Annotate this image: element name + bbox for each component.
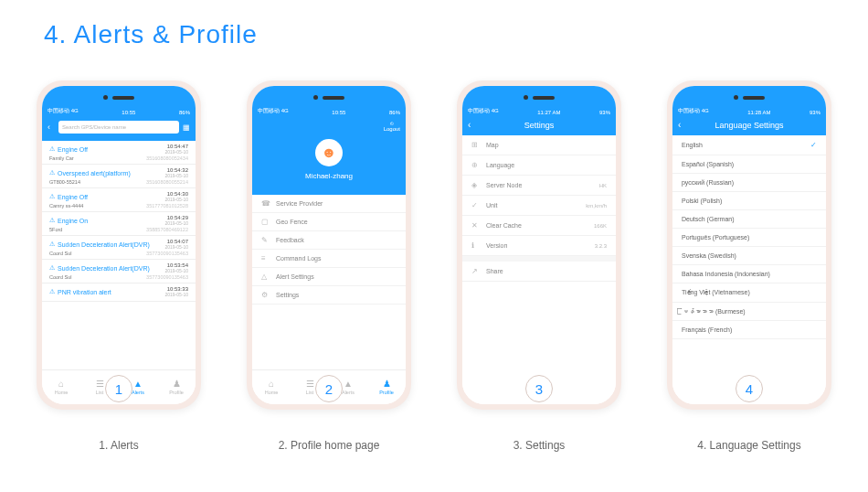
- carrier: 中国移动 4G: [678, 107, 709, 115]
- settings-label: Clear Cache: [486, 222, 522, 229]
- home-button[interactable]: 4: [736, 375, 763, 402]
- alert-item[interactable]: ⚠Sudden Deceleration Alert(DVR)10:54:072…: [42, 236, 196, 260]
- screen-title-bar: ‹ Settings: [462, 117, 616, 135]
- check-icon: ✓: [810, 141, 817, 149]
- menu-label: Settings: [276, 292, 299, 298]
- language-item[interactable]: Português (Portuguese): [672, 229, 826, 247]
- language-item[interactable]: မြန်မာဘာသာ (Burmese): [672, 303, 826, 321]
- alert-item[interactable]: ⚠Engine On10:54:292019-05-105Ford3588570…: [42, 212, 196, 236]
- language-label: Tiếng Việt (Vietnamese): [682, 289, 750, 296]
- settings-item[interactable]: ✕Clear Cache166K: [462, 216, 616, 236]
- settings-item[interactable]: ◈Server NodeHK: [462, 176, 616, 196]
- language-label: Português (Portuguese): [682, 234, 749, 241]
- warning-icon: ⚠: [49, 193, 55, 200]
- home-button[interactable]: 2: [315, 375, 343, 402]
- status-bar: 中国移动 4G 10:55 86%: [252, 86, 406, 117]
- settings-item[interactable]: ℹVersion3.2.3: [462, 236, 616, 256]
- language-label: русский (Russian): [682, 179, 734, 186]
- settings-value: 166K: [594, 223, 607, 229]
- settings-label: Server Node: [486, 182, 522, 188]
- language-item[interactable]: English✓: [672, 135, 826, 155]
- settings-label: Map: [486, 142, 499, 148]
- menu-item[interactable]: △Alert Settings: [252, 268, 406, 286]
- language-label: မြန်မာဘာသာ (Burmese): [682, 308, 746, 315]
- alert-date: 2019-05-10: [164, 268, 188, 273]
- profile-icon: ♟: [383, 380, 391, 389]
- caption: 1. Alerts: [37, 439, 201, 452]
- settings-item[interactable]: ✓Unitkm,km/h: [462, 196, 616, 216]
- warning-icon: ⚠: [49, 264, 55, 272]
- device-id: 357730090135463: [146, 274, 188, 280]
- alert-item[interactable]: ⚠Overspeed alert(platform)10:54:322019-0…: [42, 165, 196, 188]
- warning-icon: ⚠: [49, 145, 55, 153]
- tab-home[interactable]: ⌂Home: [252, 370, 291, 404]
- menu-label: Command Logs: [276, 255, 321, 262]
- calendar-icon[interactable]: ▦: [183, 123, 190, 132]
- home-button[interactable]: 1: [105, 375, 132, 402]
- language-item[interactable]: Svenska (Swedish): [672, 247, 826, 265]
- language-list: English✓Español (Spanish)русский (Russia…: [672, 135, 826, 339]
- battery: 93%: [810, 110, 820, 115]
- chevron-left-icon[interactable]: ‹: [48, 123, 55, 132]
- menu-item[interactable]: ⚙Settings: [252, 286, 406, 305]
- device-id: 351608080052434: [146, 155, 188, 161]
- menu-item[interactable]: ≡Command Logs: [252, 250, 406, 268]
- share-icon: ↗: [471, 267, 481, 275]
- alert-title: PNR vibration alert: [58, 289, 111, 295]
- device-name: GT800-55214: [49, 179, 80, 185]
- username: Michael-zhang: [252, 172, 406, 180]
- language-label: English: [682, 142, 703, 148]
- tab-label: List: [306, 390, 314, 395]
- status-bar: 中国移动 4G 10:55 86%: [42, 86, 196, 117]
- tab-profile[interactable]: ♟Profile: [157, 370, 196, 404]
- search-row: ‹ ▦: [42, 117, 196, 141]
- home-button[interactable]: 3: [525, 375, 553, 402]
- screen-title-bar: ‹ Language Settings: [672, 117, 826, 135]
- language-item[interactable]: Bahasa Indonesia (Indonesian): [672, 265, 826, 283]
- tab-label: Home: [265, 390, 279, 395]
- settings-label: Share: [486, 268, 503, 274]
- language-item[interactable]: Polski (Polish): [672, 192, 826, 210]
- settings-item[interactable]: ⊞Map: [462, 135, 616, 155]
- menu-icon: ▢: [261, 218, 270, 226]
- alert-item[interactable]: ⚠Engine Off10:54:302019-05-10Camry ss-44…: [42, 188, 196, 212]
- alert-item[interactable]: ⚠Sudden Deceleration Alert(DVR)10:53:542…: [42, 260, 196, 283]
- settings-item-share[interactable]: ↗Share: [462, 262, 616, 282]
- language-item[interactable]: Français (French): [672, 321, 826, 339]
- menu-label: Feedback: [276, 237, 304, 243]
- device-name: Family Car: [49, 155, 74, 161]
- menu-icon: ≡: [261, 254, 270, 262]
- logout-button[interactable]: ⎋ Logout: [384, 121, 400, 132]
- clock: 11:28 AM: [747, 110, 770, 115]
- language-item[interactable]: Deutsch (German): [672, 210, 826, 229]
- tab-label: List: [96, 390, 104, 395]
- tab-profile[interactable]: ♟Profile: [367, 370, 406, 404]
- language-item[interactable]: Tiếng Việt (Vietnamese): [672, 283, 826, 303]
- language-label: Deutsch (German): [682, 216, 735, 222]
- back-icon[interactable]: ‹: [468, 120, 471, 130]
- avatar[interactable]: ☻: [315, 139, 343, 166]
- language-item[interactable]: русский (Russian): [672, 174, 826, 192]
- phone-language: 中国移动 4G 11:28 AM 93% ‹ Language Settings…: [667, 80, 831, 410]
- alert-item[interactable]: ⚠Engine Off10:54:472019-05-10Family Car3…: [42, 141, 196, 165]
- settings-item[interactable]: ⊕Language: [462, 155, 616, 176]
- tab-label: Alerts: [132, 390, 144, 395]
- tab-home[interactable]: ⌂Home: [42, 370, 80, 404]
- settings-value: km,km/h: [586, 203, 607, 209]
- search-input[interactable]: [58, 121, 179, 134]
- back-icon[interactable]: ‹: [678, 120, 681, 130]
- menu-item[interactable]: ▢Geo Fence: [252, 213, 406, 231]
- menu-item[interactable]: ☎Service Provider: [252, 195, 406, 213]
- language-item[interactable]: Español (Spanish): [672, 155, 826, 174]
- alert-item[interactable]: ⚠PNR vibration alert10:53:332019-05-10: [42, 283, 196, 302]
- settings-value: 3.2.3: [595, 243, 607, 249]
- language-label: Français (French): [682, 326, 732, 333]
- settings-label: Version: [486, 242, 507, 249]
- warning-icon: ⚠: [49, 241, 55, 248]
- alert-date: 2019-05-10: [164, 244, 188, 250]
- menu-item[interactable]: ✎Feedback: [252, 231, 406, 250]
- carrier: 中国移动 4G: [468, 107, 499, 115]
- tab-label: Alerts: [342, 390, 355, 395]
- menu-label: Alert Settings: [276, 273, 314, 280]
- clock: 11:27 AM: [537, 110, 560, 115]
